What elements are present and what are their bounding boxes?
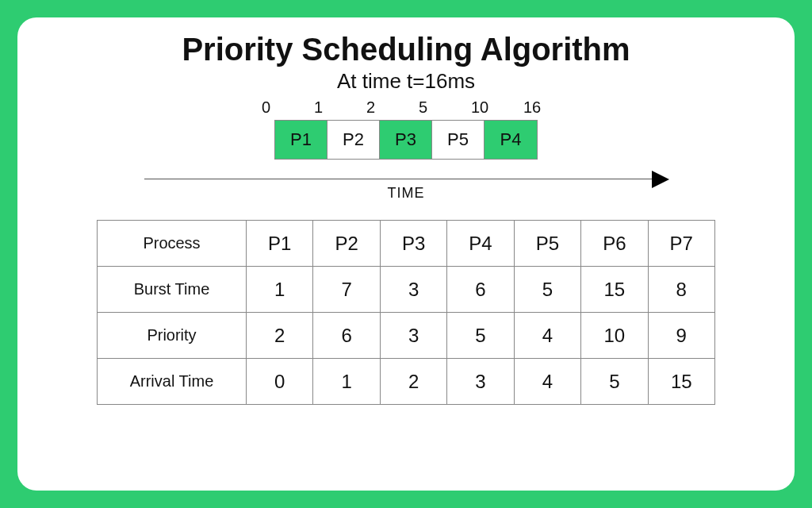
table-cell: 1 bbox=[313, 359, 380, 405]
gantt-tick: 16 bbox=[523, 98, 541, 117]
row-header-arrival: Arrival Time bbox=[98, 359, 247, 405]
table-cell: 5 bbox=[581, 359, 648, 405]
table-cell: 5 bbox=[514, 267, 580, 313]
table-cell: P1 bbox=[247, 221, 313, 267]
table-cell: 7 bbox=[313, 267, 380, 313]
table-cell: P5 bbox=[514, 221, 580, 267]
table-cell: 4 bbox=[514, 313, 580, 359]
table-cell: 0 bbox=[247, 359, 313, 405]
table-cell: 4 bbox=[514, 359, 580, 405]
table-cell: 2 bbox=[247, 313, 313, 359]
gantt-row: P1 P2 P3 P5 P4 bbox=[274, 120, 538, 160]
gantt-cell: P1 bbox=[275, 121, 327, 159]
gantt-tick-row: 0 1 2 5 10 16 bbox=[266, 98, 546, 117]
arrow-line bbox=[144, 179, 653, 179]
table-cell: 9 bbox=[648, 313, 714, 359]
table-cell: 1 bbox=[247, 267, 313, 313]
table-row: Priority 2 6 3 5 4 10 9 bbox=[98, 313, 715, 359]
table-cell: 6 bbox=[447, 267, 514, 313]
gantt-tick: 0 bbox=[262, 98, 314, 117]
gantt-tick: 5 bbox=[419, 98, 471, 117]
table-cell: 5 bbox=[447, 313, 514, 359]
page-title: Priority Scheduling Algorithm bbox=[73, 32, 739, 67]
table-row: Burst Time 1 7 3 6 5 15 8 bbox=[98, 267, 715, 313]
table-cell: P4 bbox=[447, 221, 514, 267]
table-row: Process P1 P2 P3 P4 P5 P6 P7 bbox=[98, 221, 715, 267]
table-cell: 15 bbox=[648, 359, 714, 405]
page-subtitle: At time t=16ms bbox=[73, 69, 739, 94]
table-cell: 3 bbox=[380, 267, 446, 313]
gantt-tick: 10 bbox=[471, 98, 523, 117]
table-cell: P6 bbox=[581, 221, 648, 267]
gantt-chart: 0 1 2 5 10 16 P1 P2 P3 P5 P4 TIME bbox=[73, 98, 739, 202]
gantt-cell: P4 bbox=[485, 121, 537, 159]
time-axis-label: TIME bbox=[388, 185, 425, 202]
arrow-head-icon bbox=[652, 171, 669, 188]
row-header-burst: Burst Time bbox=[98, 267, 247, 313]
gantt-cell: P3 bbox=[380, 121, 432, 159]
table-cell: P7 bbox=[648, 221, 714, 267]
table-cell: 3 bbox=[447, 359, 514, 405]
gantt-tick: 2 bbox=[366, 98, 419, 117]
row-header-priority: Priority bbox=[98, 313, 247, 359]
time-arrow: TIME bbox=[144, 171, 668, 202]
row-header-process: Process bbox=[98, 221, 247, 267]
table-cell: 15 bbox=[581, 267, 648, 313]
table-cell: 3 bbox=[380, 313, 446, 359]
table-cell: 10 bbox=[581, 313, 648, 359]
process-table: Process P1 P2 P3 P4 P5 P6 P7 Burst Time … bbox=[97, 220, 715, 405]
table-cell: 8 bbox=[648, 267, 714, 313]
table-cell: P2 bbox=[313, 221, 380, 267]
gantt-tick: 1 bbox=[314, 98, 366, 117]
content-panel: Priority Scheduling Algorithm At time t=… bbox=[17, 17, 795, 491]
gantt-cell: P5 bbox=[432, 121, 485, 159]
table-cell: 6 bbox=[313, 313, 380, 359]
table-row: Arrival Time 0 1 2 3 4 5 15 bbox=[98, 359, 715, 405]
table-cell: P3 bbox=[380, 221, 446, 267]
table-cell: 2 bbox=[380, 359, 446, 405]
gantt-cell: P2 bbox=[327, 121, 380, 159]
